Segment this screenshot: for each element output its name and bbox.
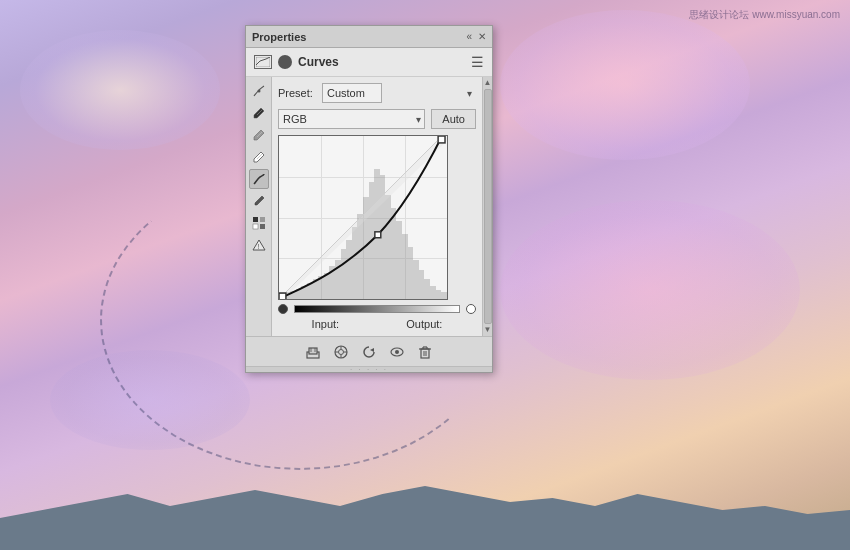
toggle-visibility-button[interactable] — [389, 344, 405, 360]
gradient-row — [278, 304, 476, 314]
curves-svg — [279, 136, 447, 299]
collapse-button[interactable]: « — [466, 31, 472, 42]
svg-rect-10 — [253, 224, 258, 229]
channel-wrapper: RGB Red Green Blue — [278, 109, 425, 129]
panel-scrollbar: ▲ ▼ — [482, 77, 492, 336]
panel-footer — [246, 336, 492, 366]
resize-handle[interactable]: · · · · · — [246, 366, 492, 372]
svg-marker-23 — [370, 348, 374, 352]
output-label: Output: — [406, 318, 442, 330]
preset-wrapper: Custom — [322, 83, 476, 103]
cloud-2 — [500, 10, 750, 160]
layer-icon — [278, 55, 292, 69]
scroll-down-arrow[interactable]: ▼ — [484, 326, 492, 334]
adjustment-icon — [254, 55, 272, 69]
svg-rect-26 — [421, 349, 429, 358]
svg-line-3 — [266, 57, 270, 59]
input-output-row: Input: Output: — [278, 318, 476, 330]
svg-rect-16 — [309, 348, 317, 354]
close-button[interactable]: ✕ — [478, 31, 486, 42]
auto-button[interactable]: Auto — [431, 109, 476, 129]
svg-text:!: ! — [257, 243, 259, 250]
svg-line-1 — [256, 61, 260, 65]
pencil-tool[interactable] — [249, 191, 269, 211]
black-point-marker — [279, 293, 286, 299]
scroll-thumb[interactable] — [484, 89, 492, 324]
black-point-indicator[interactable] — [278, 304, 288, 314]
scroll-up-arrow[interactable]: ▲ — [484, 79, 492, 87]
channel-select[interactable]: RGB Red Green Blue — [278, 109, 425, 129]
white-point-indicator[interactable] — [466, 304, 476, 314]
panel-header: Curves ☰ — [246, 48, 492, 77]
cloud-1 — [20, 30, 220, 150]
svg-point-25 — [395, 350, 399, 354]
header-label: Curves — [298, 55, 339, 69]
svg-line-2 — [260, 59, 266, 61]
target-tool[interactable] — [249, 213, 269, 233]
panel-title: Properties — [252, 31, 306, 43]
reset-button[interactable] — [361, 344, 377, 360]
eyedropper-white-tool[interactable] — [249, 147, 269, 167]
curve-control-point — [375, 232, 381, 238]
clipping-warning-tool[interactable]: ! — [249, 235, 269, 255]
channel-row: RGB Red Green Blue Auto — [278, 109, 476, 129]
svg-marker-14 — [279, 136, 447, 299]
eyedropper-black-tool[interactable] — [249, 103, 269, 123]
preset-row: Preset: Custom — [278, 83, 476, 103]
svg-rect-11 — [260, 224, 265, 229]
properties-panel: Properties « ✕ Curves ☰ — [245, 25, 493, 373]
input-label: Input: — [312, 318, 340, 330]
svg-rect-8 — [253, 217, 258, 222]
panel-controls: « ✕ — [466, 31, 486, 42]
cloud-3 — [500, 200, 800, 380]
smooth-curve-tool[interactable] — [249, 169, 269, 189]
curves-select-tool[interactable] — [249, 81, 269, 101]
svg-point-18 — [339, 349, 344, 354]
preset-label: Preset: — [278, 87, 316, 99]
panel-content: ! Preset: Custom RGB Red — [246, 77, 492, 336]
panel-toolbar: ! — [246, 77, 272, 336]
panel-main: Preset: Custom RGB Red Green Blue — [272, 77, 482, 336]
svg-rect-9 — [260, 217, 265, 222]
clip-to-layer-button[interactable] — [305, 344, 321, 360]
panel-menu-icon[interactable]: ☰ — [471, 54, 484, 70]
watermark: 思绪设计论坛 www.missy​uan.com — [689, 8, 840, 22]
panel-titlebar: Properties « ✕ — [246, 26, 492, 48]
white-point-marker — [438, 136, 445, 143]
delete-button[interactable] — [417, 344, 433, 360]
gradient-bar — [294, 305, 460, 313]
view-previous-button[interactable] — [333, 344, 349, 360]
curves-graph[interactable] — [278, 135, 448, 300]
svg-point-4 — [257, 90, 260, 93]
eyedropper-gray-tool[interactable] — [249, 125, 269, 145]
preset-select[interactable]: Custom — [322, 83, 382, 103]
